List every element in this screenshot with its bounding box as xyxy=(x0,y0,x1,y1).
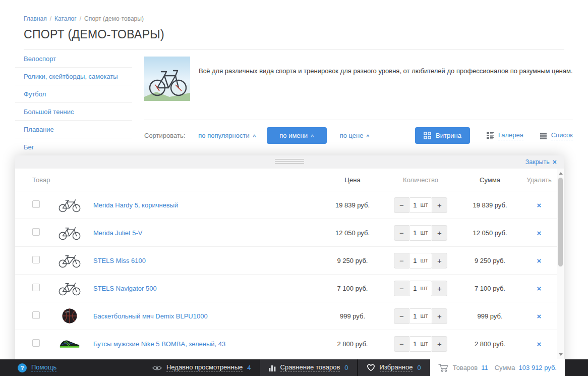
view-vitrina-button[interactable]: Витрина xyxy=(415,127,470,144)
decrease-button[interactable]: − xyxy=(394,336,409,352)
sort-bar: Сортировать: по популярности ∧ по имени … xyxy=(144,127,573,144)
quantity-unit: шт xyxy=(421,285,428,292)
sort-by-popularity[interactable]: по популярности ∧ xyxy=(198,132,256,139)
scroll-down-arrow-icon[interactable] xyxy=(557,351,564,358)
sort-option-label: по цене xyxy=(340,132,364,139)
cart-row: STELS Navigator 500 7 100 руб. − 1 шт + … xyxy=(15,274,557,302)
view-button-label: Список xyxy=(551,131,573,140)
product-thumbnail[interactable] xyxy=(45,225,93,240)
increase-button[interactable]: + xyxy=(432,308,447,324)
sidebar-item-roliki[interactable]: Ролики, скейтборды, самокаты xyxy=(15,68,132,85)
quantity-stepper: − 1 шт + xyxy=(394,253,447,268)
delete-button[interactable]: × xyxy=(537,256,542,265)
scrollbar[interactable] xyxy=(557,169,564,359)
recently-viewed-link[interactable]: Недавно просмотренные 4 xyxy=(144,359,260,376)
scroll-up-arrow-icon[interactable] xyxy=(557,170,564,177)
price-value: 9 250 руб. xyxy=(322,257,383,264)
increase-button[interactable]: + xyxy=(432,197,447,213)
quantity-input[interactable]: 1 шт xyxy=(409,197,432,213)
delete-button[interactable]: × xyxy=(537,201,542,209)
product-thumbnail[interactable] xyxy=(45,253,93,268)
product-thumbnail[interactable] xyxy=(45,197,93,212)
quantity-input[interactable]: 1 шт xyxy=(409,336,432,352)
product-thumbnail[interactable] xyxy=(45,308,93,324)
quantity-unit: шт xyxy=(421,201,428,208)
product-thumbnail[interactable] xyxy=(45,281,93,296)
quantity-unit: шт xyxy=(421,340,428,347)
decrease-button[interactable]: − xyxy=(394,197,409,213)
product-link[interactable]: Бутсы мужские Nike 5 BOMBA, зеленый, 43 xyxy=(93,340,225,348)
quantity-value: 1 xyxy=(413,340,417,348)
sidebar-item-plavanie[interactable]: Плавание xyxy=(15,121,132,138)
row-checkbox[interactable] xyxy=(32,256,40,263)
price-value: 19 839 руб. xyxy=(322,201,383,209)
cart-row: Merida Juliet 5-V 12 050 руб. − 1 шт + 1… xyxy=(15,219,557,246)
increase-button[interactable]: + xyxy=(432,336,447,352)
product-link[interactable]: Баскетбольный мяч Demix BLPU1000 xyxy=(93,312,208,320)
quantity-input[interactable]: 1 шт xyxy=(409,253,432,268)
view-list-button[interactable]: Список xyxy=(540,131,573,140)
bicycle-photo xyxy=(144,57,190,101)
breadcrumb-link-catalog[interactable]: Каталог xyxy=(54,15,77,22)
view-button-label: Галерея xyxy=(498,131,523,140)
quantity-input[interactable]: 1 шт xyxy=(409,308,432,324)
row-checkbox[interactable] xyxy=(32,200,40,208)
sum-value: 19 839 руб. xyxy=(458,201,521,209)
cart-panel: Закрыть × Товар Цена Количество Сумма Уд… xyxy=(15,155,564,376)
decrease-button[interactable]: − xyxy=(394,308,409,324)
quantity-unit: шт xyxy=(421,257,428,264)
decrease-button[interactable]: − xyxy=(394,225,409,241)
sort-option-label: по имени xyxy=(279,132,308,139)
row-checkbox[interactable] xyxy=(32,228,40,236)
grid-icon xyxy=(424,132,431,139)
cart-row: STELS Miss 6100 9 250 руб. − 1 шт + 9 25… xyxy=(15,246,557,274)
decrease-button[interactable]: − xyxy=(394,253,409,268)
row-checkbox[interactable] xyxy=(32,284,40,291)
product-link[interactable]: STELS Miss 6100 xyxy=(93,257,146,264)
product-link[interactable]: Merida Juliet 5-V xyxy=(93,229,143,237)
sort-by-price[interactable]: по цене ∧ xyxy=(340,132,370,139)
drag-handle[interactable] xyxy=(275,159,304,165)
bike-icon xyxy=(58,225,81,240)
decrease-button[interactable]: − xyxy=(394,281,409,296)
view-switcher: Витрина Галерея xyxy=(415,127,573,144)
delete-button[interactable]: × xyxy=(537,229,542,237)
delete-button[interactable]: × xyxy=(537,312,542,320)
increase-button[interactable]: + xyxy=(432,225,447,241)
increase-button[interactable]: + xyxy=(432,253,447,268)
favorites-link[interactable]: Избранное 0 xyxy=(358,359,430,376)
quantity-input[interactable]: 1 шт xyxy=(409,225,432,241)
view-gallery-button[interactable]: Галерея xyxy=(486,131,523,140)
sidebar-item-velosport[interactable]: Велоспорт xyxy=(15,50,132,68)
cart-row: Бутсы мужские Nike 5 BOMBA, зеленый, 43 … xyxy=(15,330,557,357)
increase-button[interactable]: + xyxy=(432,281,447,296)
delete-button[interactable]: × xyxy=(537,284,542,293)
price-value: 2 800 руб. xyxy=(322,340,383,348)
cart-table: Товар Цена Количество Сумма Удалить Meri… xyxy=(15,169,557,376)
row-checkbox[interactable] xyxy=(32,339,40,347)
product-thumbnail[interactable] xyxy=(45,338,93,350)
divider xyxy=(144,120,573,120)
delete-button[interactable]: × xyxy=(537,340,542,348)
scrollbar-thumb[interactable] xyxy=(558,178,563,266)
cart-table-header: Товар Цена Количество Сумма Удалить xyxy=(15,169,557,191)
recently-viewed-count: 4 xyxy=(247,364,251,371)
sidebar-item-beg[interactable]: Бег xyxy=(15,138,132,156)
sidebar-item-tennis[interactable]: Большой теннис xyxy=(15,103,132,121)
sidebar-item-futbol[interactable]: Футбол xyxy=(15,85,132,103)
close-button[interactable]: Закрыть × xyxy=(525,155,557,169)
breadcrumb-separator: / xyxy=(80,15,81,22)
compare-link[interactable]: Сравнение товаров 0 xyxy=(260,359,358,376)
sort-by-name[interactable]: по имени ∧ xyxy=(267,127,326,144)
product-link[interactable]: STELS Navigator 500 xyxy=(93,285,157,292)
sum-value: 12 050 руб. xyxy=(458,229,521,237)
quantity-input[interactable]: 1 шт xyxy=(409,281,432,296)
eye-icon xyxy=(152,365,162,371)
cart-items-count: 11 xyxy=(481,364,488,371)
cart-summary[interactable]: Товаров 11 Сумма 103 912 руб. xyxy=(430,359,565,376)
quantity-value: 1 xyxy=(413,312,417,320)
product-link[interactable]: Merida Hardy 5, коричневый xyxy=(93,201,178,209)
breadcrumb-link-home[interactable]: Главная xyxy=(24,15,47,22)
help-link[interactable]: ? Помощь xyxy=(9,359,65,376)
row-checkbox[interactable] xyxy=(32,311,40,319)
